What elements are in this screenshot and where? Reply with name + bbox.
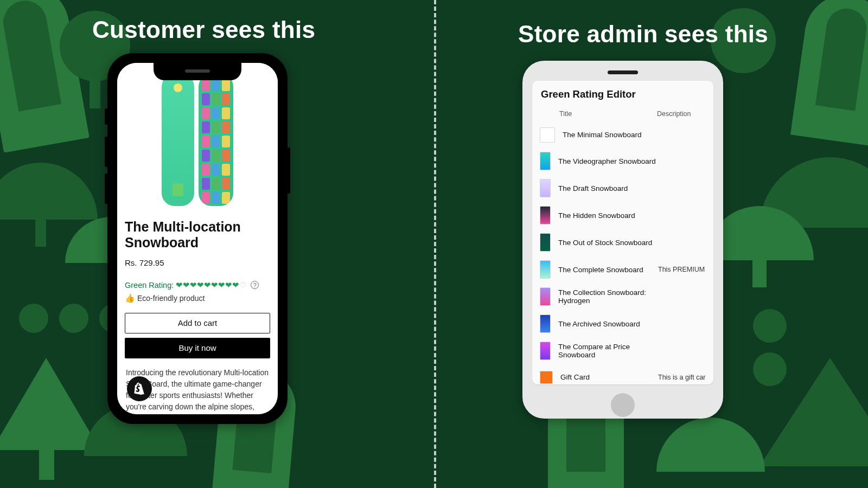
heart-empty-icon: ♡ [239, 280, 246, 290]
product-thumbnail [540, 152, 551, 170]
table-row[interactable]: The Draft Snowboard [532, 175, 713, 202]
bg-dots [753, 309, 787, 386]
row-title: The Hidden Snowboard [558, 211, 658, 220]
row-title: The Compare at Price Snowboard [558, 343, 658, 359]
phone-speaker [608, 70, 638, 74]
phone-home-button[interactable] [611, 393, 635, 417]
product-thumbnail [540, 260, 551, 279]
heart-filled-icon: ❤ [190, 280, 197, 290]
bg-tree [0, 358, 100, 450]
product-title: The Multi-location Snowboard [125, 219, 270, 251]
product-thumbnail [540, 342, 551, 360]
customer-phone-frame: The Multi-location Snowboard Rs. 729.95 … [107, 53, 288, 424]
product-thumbnail [540, 371, 553, 384]
row-title: The Videographer Snowboard [558, 157, 658, 165]
heart-filled-icon: ❤ [176, 280, 183, 290]
row-title: Gift Card [560, 373, 658, 381]
bg-leaf [790, 0, 868, 146]
phone-notch [154, 62, 241, 80]
product-thumbnail [540, 179, 551, 197]
phone-volume-down [105, 174, 108, 204]
shopify-fab-button[interactable] [127, 376, 152, 401]
rating-label: Green Rating: [125, 281, 174, 290]
admin-heading: Store admin sees this [518, 21, 768, 48]
table-body: The Minimal SnowboardThe Videographer Sn… [532, 122, 713, 384]
bg-fan [760, 157, 868, 228]
heart-filled-icon: ❤ [197, 280, 204, 290]
row-title: The Collection Snowboard: Hydrogen [558, 288, 658, 305]
table-row[interactable]: The Hidden Snowboard [532, 202, 713, 229]
product-image-front [162, 74, 194, 206]
table-header: Title Description [532, 108, 713, 122]
product-image-area[interactable] [117, 63, 278, 211]
bg-tree [760, 358, 868, 466]
col-description: Description [657, 110, 705, 118]
heart-filled-icon: ❤ [204, 280, 211, 290]
col-title: Title [559, 110, 657, 118]
heart-filled-icon: ❤ [232, 280, 239, 290]
product-thumbnail [540, 233, 551, 252]
heart-filled-icon: ❤ [225, 280, 232, 290]
heart-filled-icon: ❤ [211, 280, 218, 290]
customer-heading: Customer sees this [92, 16, 315, 43]
info-icon[interactable]: ? [251, 281, 259, 289]
row-description: This PREMIUM sno [658, 266, 706, 273]
bg-fan [0, 163, 98, 220]
admin-screen: Green Rating Editor Title Description Th… [532, 81, 713, 384]
bg-leaf [0, 0, 90, 153]
shopify-icon [133, 382, 146, 395]
row-title: The Archived Snowboard [558, 320, 658, 328]
eco-friendly-badge: 👍 Eco-friendly product [125, 293, 270, 303]
admin-phone-frame: Green Rating Editor Title Description Th… [522, 61, 723, 419]
buy-now-button[interactable]: Buy it now [125, 338, 270, 358]
table-row[interactable]: The Collection Snowboard: Hydrogen [532, 283, 713, 310]
eco-label: Eco-friendly product [137, 294, 205, 303]
row-title: The Complete Snowboard [558, 266, 658, 274]
table-row[interactable]: The Complete SnowboardThis PREMIUM sno [532, 256, 713, 283]
table-row[interactable]: The Archived Snowboard [532, 310, 713, 337]
product-image-back [199, 74, 233, 206]
phone-mute-switch [105, 108, 108, 125]
table-row[interactable]: The Videographer Snowboard [532, 147, 713, 175]
bg-fan [656, 418, 765, 472]
table-row[interactable]: The Compare at Price Snowboard [532, 337, 713, 364]
vertical-divider [434, 0, 436, 488]
table-row[interactable]: The Out of Stock Snowboard [532, 229, 713, 256]
thumbs-up-icon: 👍 [125, 293, 135, 303]
admin-page-title: Green Rating Editor [532, 81, 713, 108]
heart-filled-icon: ❤ [218, 280, 225, 290]
product-price: Rs. 729.95 [125, 258, 270, 267]
add-to-cart-button[interactable]: Add to cart [125, 313, 270, 333]
product-thumbnail [540, 127, 555, 143]
bg-trunk [39, 447, 54, 480]
phone-power-button [287, 147, 290, 194]
product-thumbnail [540, 206, 551, 224]
product-thumbnail [540, 314, 551, 333]
row-title: The Draft Snowboard [558, 184, 658, 192]
product-thumbnail [540, 287, 551, 306]
row-title: The Minimal Snowboard [563, 131, 658, 139]
row-title: The Out of Stock Snowboard [558, 239, 658, 247]
heart-filled-icon: ❤ [183, 280, 190, 290]
table-row[interactable]: The Minimal Snowboard [532, 122, 713, 147]
customer-screen: The Multi-location Snowboard Rs. 729.95 … [117, 63, 278, 414]
row-description: This is a gift card f [658, 374, 706, 381]
table-row[interactable]: Gift CardThis is a gift card f [532, 364, 713, 384]
phone-volume-up [105, 137, 108, 167]
green-rating-row: Green Rating: ❤❤❤❤❤❤❤❤❤♡ ? [125, 280, 270, 290]
